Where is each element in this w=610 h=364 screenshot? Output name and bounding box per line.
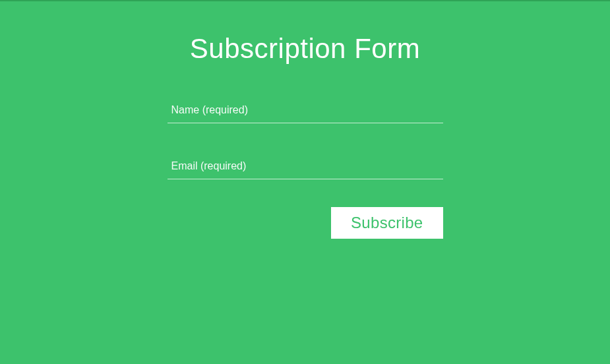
email-input[interactable] [168,155,443,179]
button-row: Subscribe [168,207,443,239]
subscription-form: Subscribe [168,99,443,239]
name-input[interactable] [168,99,443,123]
email-field-wrapper [168,155,443,179]
form-title: Subscription Form [190,33,420,65]
subscription-form-container: Subscription Form Subscribe [0,1,610,239]
subscribe-button[interactable]: Subscribe [331,207,442,239]
name-field-wrapper [168,99,443,123]
